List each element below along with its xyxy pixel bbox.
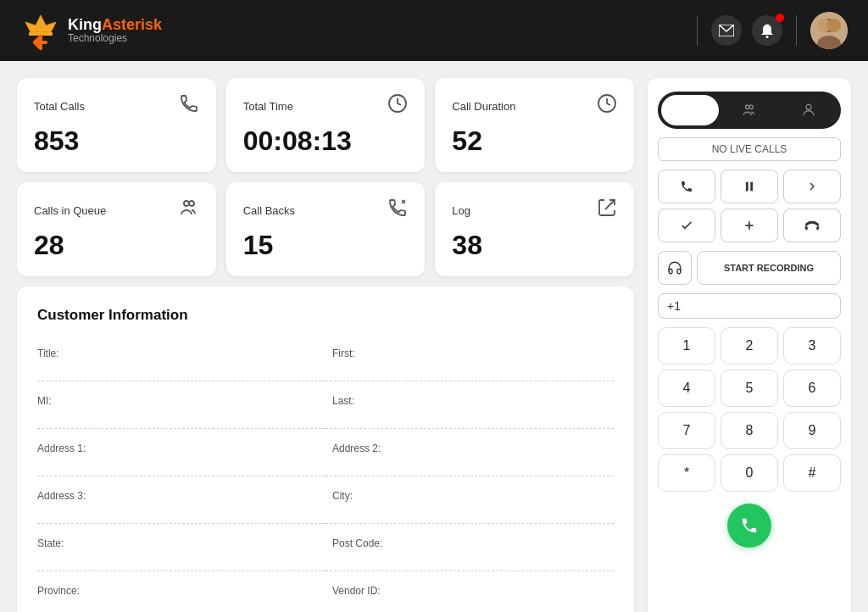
start-recording-button[interactable]: START RECORDING bbox=[697, 251, 841, 285]
field-province: Province: bbox=[37, 578, 326, 612]
tab-group[interactable] bbox=[721, 95, 778, 125]
calls-icon bbox=[179, 93, 199, 119]
address3-label: Address 3: bbox=[37, 490, 305, 502]
num-6[interactable]: 6 bbox=[783, 370, 841, 407]
export-icon bbox=[597, 198, 617, 218]
pause-button[interactable] bbox=[721, 170, 778, 203]
num-2[interactable]: 2 bbox=[721, 327, 778, 364]
calls-queue-value: 28 bbox=[34, 230, 199, 261]
headset-button[interactable] bbox=[658, 251, 692, 285]
field-state: State: bbox=[37, 531, 326, 571]
state-label: State: bbox=[37, 537, 305, 549]
svg-rect-25 bbox=[804, 225, 808, 230]
call-backs-value: 15 bbox=[243, 230, 409, 261]
num-9[interactable]: 9 bbox=[783, 412, 841, 449]
state-input[interactable] bbox=[37, 551, 305, 567]
last-input[interactable] bbox=[332, 409, 614, 425]
address1-label: Address 1: bbox=[37, 442, 305, 454]
notification-button[interactable] bbox=[752, 15, 782, 46]
field-mi: MI: bbox=[37, 388, 326, 429]
group-tab-icon bbox=[742, 103, 757, 118]
call-button-row bbox=[658, 504, 841, 548]
no-live-calls-button[interactable]: NO LIVE CALLS bbox=[658, 137, 841, 161]
mi-label: MI: bbox=[37, 395, 305, 407]
left-panel: Total Calls 853 Total Time bbox=[17, 78, 634, 612]
svg-rect-21 bbox=[746, 182, 748, 192]
dial-prefix: +1 bbox=[667, 299, 681, 313]
numpad: 1 2 3 4 5 6 7 8 9 * 0 # bbox=[658, 327, 841, 492]
email-icon bbox=[719, 25, 734, 36]
log-label: Log bbox=[452, 204, 470, 217]
field-city: City: bbox=[326, 483, 614, 524]
title-input[interactable] bbox=[37, 361, 305, 377]
address2-input[interactable] bbox=[332, 456, 614, 472]
plus-icon bbox=[743, 219, 756, 232]
field-postcode: Post Code: bbox=[326, 531, 614, 571]
headset-icon bbox=[667, 260, 682, 275]
stat-header: Call Duration bbox=[452, 93, 617, 119]
stat-total-calls: Total Calls 853 bbox=[17, 78, 216, 172]
first-input[interactable] bbox=[332, 361, 614, 377]
num-star[interactable]: * bbox=[658, 454, 715, 492]
address3-input[interactable] bbox=[37, 504, 305, 520]
dial-button[interactable] bbox=[658, 170, 715, 203]
vendor-id-input[interactable] bbox=[332, 598, 614, 612]
province-input[interactable] bbox=[37, 598, 305, 612]
customer-section-title: Customer Information bbox=[37, 307, 614, 324]
num-7[interactable]: 7 bbox=[658, 412, 715, 449]
dial-number-input[interactable] bbox=[684, 299, 832, 313]
first-label: First: bbox=[332, 348, 614, 359]
dialpad-panel: NO LIVE CALLS bbox=[648, 78, 851, 612]
avatar[interactable] bbox=[810, 12, 848, 49]
logo-icon bbox=[20, 10, 61, 51]
clock-svg2 bbox=[597, 93, 617, 114]
avatar-image bbox=[810, 12, 848, 49]
phone-icon bbox=[179, 93, 199, 114]
plus-button[interactable] bbox=[721, 209, 778, 242]
tab-person[interactable] bbox=[780, 95, 837, 125]
stat-header: Total Time bbox=[243, 93, 409, 119]
logo-text: KingAsterisk Technologies bbox=[68, 17, 162, 45]
address1-input[interactable] bbox=[37, 456, 305, 472]
total-time-label: Total Time bbox=[243, 100, 293, 113]
logo: KingAsterisk Technologies bbox=[20, 10, 162, 51]
check-button[interactable] bbox=[658, 209, 715, 242]
num-1[interactable]: 1 bbox=[658, 327, 715, 364]
field-last: Last: bbox=[326, 388, 614, 429]
num-hash[interactable]: # bbox=[783, 454, 841, 492]
stats-row-1: Total Calls 853 Total Time bbox=[17, 78, 634, 172]
mi-input[interactable] bbox=[37, 409, 305, 425]
city-label: City: bbox=[332, 490, 614, 502]
call-duration-label: Call Duration bbox=[452, 100, 515, 113]
svg-point-19 bbox=[749, 105, 754, 109]
num-5[interactable]: 5 bbox=[721, 370, 778, 407]
postcode-input[interactable] bbox=[332, 551, 614, 567]
stat-calls-queue: Calls in Queue 28 bbox=[17, 182, 216, 276]
svg-rect-22 bbox=[750, 182, 753, 192]
num-0[interactable]: 0 bbox=[721, 454, 778, 492]
num-8[interactable]: 8 bbox=[721, 412, 778, 449]
app-header: KingAsterisk Technologies bbox=[0, 0, 868, 61]
num-3[interactable]: 3 bbox=[783, 327, 841, 364]
total-time-value: 00:08:13 bbox=[243, 125, 409, 157]
transfer-button[interactable] bbox=[783, 170, 841, 203]
make-call-button[interactable] bbox=[727, 504, 771, 548]
tab-phone[interactable] bbox=[661, 95, 719, 125]
stat-call-duration: Call Duration 52 bbox=[435, 78, 634, 172]
recording-row: START RECORDING bbox=[658, 251, 841, 285]
email-button[interactable] bbox=[711, 15, 742, 46]
city-input[interactable] bbox=[332, 504, 614, 520]
stat-header: Log bbox=[452, 198, 617, 223]
total-calls-value: 853 bbox=[34, 125, 199, 157]
dial-input-row: +1 bbox=[658, 293, 841, 319]
callback-icon bbox=[387, 198, 408, 223]
hangup-button[interactable] bbox=[783, 209, 841, 242]
tab-switcher bbox=[658, 92, 841, 129]
clock-svg bbox=[387, 93, 408, 114]
logo-sub: Technologies bbox=[68, 33, 162, 44]
num-4[interactable]: 4 bbox=[658, 370, 715, 407]
svg-point-12 bbox=[827, 19, 841, 32]
call-controls bbox=[658, 170, 841, 242]
last-label: Last: bbox=[332, 395, 614, 407]
avatar-svg bbox=[810, 12, 848, 49]
